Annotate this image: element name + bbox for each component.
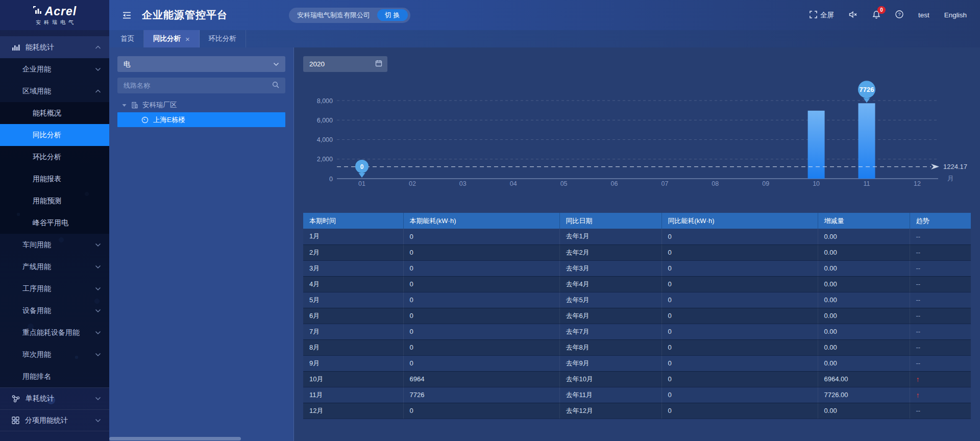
- bar-month-10[interactable]: [808, 111, 825, 179]
- sidebar-item[interactable]: 区域用能: [0, 80, 109, 102]
- svg-text:10: 10: [813, 180, 820, 187]
- trend-cell: ↑: [910, 387, 971, 403]
- svg-text:12: 12: [914, 180, 921, 187]
- trend-cell: --: [910, 308, 971, 324]
- sidebar-item[interactable]: 车间用能: [0, 234, 109, 256]
- tree-node-label: 安科瑞厂区: [142, 101, 177, 110]
- panel-scrollbar[interactable]: [109, 437, 241, 440]
- sidebar-item-label: 峰谷平用电: [33, 218, 68, 228]
- caret-down-icon[interactable]: [122, 104, 127, 107]
- tab-label: 同比分析: [153, 34, 181, 43]
- trend-cell: --: [910, 355, 971, 371]
- sidebar-item[interactable]: 用能报表: [0, 168, 109, 190]
- table-cell: 去年2月: [559, 244, 662, 260]
- tab-active[interactable]: 同比分析×: [144, 30, 200, 47]
- sidebar-item[interactable]: 设备用能: [0, 300, 109, 322]
- trend-cell: ↑: [910, 371, 971, 387]
- notification-badge: 0: [877, 6, 886, 14]
- user-menu[interactable]: test: [918, 11, 929, 19]
- sidebar-item-label: 区域用能: [22, 87, 51, 96]
- table-cell: 0: [662, 355, 818, 371]
- table-cell: 8月: [303, 339, 403, 355]
- tree-node-parent[interactable]: 安科瑞厂区: [117, 98, 285, 112]
- sidebar-item-label: 能耗统计: [26, 43, 54, 52]
- svg-text:09: 09: [762, 180, 769, 187]
- collapse-sidebar-icon[interactable]: [121, 10, 132, 20]
- comparison-table: 本期时间本期能耗(kW·h)同比日期同比能耗(kW·h)增减量趋势1月0去年1月…: [303, 213, 971, 419]
- table-cell: 6月: [303, 308, 403, 324]
- sidebar-item[interactable]: 工序用能: [0, 278, 109, 300]
- sidebar-menu: 能耗统计企业用能区域用能能耗概况同比分析环比分析用能报表用能预测峰谷平用电车间用…: [0, 30, 109, 431]
- grid-icon: [12, 416, 19, 424]
- energy-type-value: 电: [124, 60, 131, 69]
- tab-item[interactable]: 环比分析: [200, 30, 246, 47]
- table-row: 12月0去年12月00.00--: [303, 403, 971, 419]
- table-cell: 2月: [303, 244, 403, 260]
- line-search-input[interactable]: [124, 82, 272, 89]
- svg-text:0: 0: [360, 163, 364, 170]
- fullscreen-button[interactable]: 全屏: [810, 11, 834, 20]
- notifications-button[interactable]: 0: [872, 10, 880, 20]
- sidebar-item[interactable]: 单耗统计: [0, 387, 109, 409]
- switch-company-button[interactable]: 切 换: [377, 9, 408, 21]
- tree-node-child[interactable]: 上海E栋楼: [117, 112, 285, 127]
- table-cell: 4月: [303, 276, 403, 292]
- table-cell: 0.00: [818, 324, 910, 339]
- trend-cell: --: [910, 403, 971, 419]
- table-cell: 7726: [403, 387, 559, 403]
- table-cell: 去年7月: [559, 324, 662, 339]
- svg-text:0: 0: [329, 176, 333, 183]
- table-cell: 0: [662, 276, 818, 292]
- table-cell: 0: [662, 229, 818, 244]
- svg-text:02: 02: [409, 180, 416, 187]
- chevron-down-icon: [273, 60, 279, 68]
- chevron-down-icon: [95, 353, 101, 357]
- trend-cell: --: [910, 229, 971, 244]
- table-row: 5月0去年5月00.00--: [303, 292, 971, 308]
- sidebar-item[interactable]: 用能排名: [0, 365, 109, 387]
- mute-button[interactable]: [849, 11, 857, 20]
- table-cell: 去年3月: [559, 260, 662, 276]
- table-cell: 0: [662, 387, 818, 403]
- help-button[interactable]: ?: [895, 10, 903, 20]
- table-cell: 0.00: [818, 339, 910, 355]
- sidebar-item[interactable]: 峰谷平用电: [0, 212, 109, 234]
- table-row: 9月0去年9月00.00--: [303, 355, 971, 371]
- min-marker-pin: 0: [355, 160, 369, 178]
- fullscreen-label: 全屏: [820, 11, 834, 20]
- filter-panel: 电 安科瑞厂区上海E栋楼: [109, 47, 294, 441]
- table-cell: 0: [662, 292, 818, 308]
- max-marker-pin: 7726: [858, 81, 875, 103]
- table-cell: 7726.00: [818, 387, 910, 403]
- svg-text:08: 08: [712, 180, 719, 187]
- share-icon: [12, 395, 20, 403]
- sidebar-item[interactable]: 班次用能: [0, 344, 109, 365]
- sidebar-item[interactable]: 能耗概况: [0, 102, 109, 124]
- trend-cell: --: [910, 276, 971, 292]
- energy-type-select[interactable]: 电: [117, 56, 285, 72]
- table-row: 6月0去年6月00.00--: [303, 308, 971, 324]
- sidebar-item[interactable]: 分项用能统计: [0, 409, 109, 431]
- sidebar-item[interactable]: 产线用能: [0, 256, 109, 278]
- sidebar-item-label: 单耗统计: [26, 394, 54, 403]
- header: 企业能源管控平台 安科瑞电气制造有限公司 切 换 全屏 0 ? test Eng…: [109, 0, 980, 30]
- chevron-down-icon: [95, 309, 101, 313]
- sidebar-item[interactable]: 用能预测: [0, 190, 109, 212]
- table-cell: 0: [403, 339, 559, 355]
- bar-month-11[interactable]: [859, 103, 875, 179]
- sidebar-item[interactable]: 能耗统计: [0, 36, 109, 58]
- sidebar-item[interactable]: 同比分析: [0, 124, 109, 146]
- table-cell: 12月: [303, 403, 403, 419]
- year-value: 2020: [309, 60, 325, 68]
- table-cell: 去年11月: [559, 387, 662, 403]
- sidebar-item[interactable]: 重点能耗设备用能: [0, 322, 109, 344]
- close-tab-icon[interactable]: ×: [185, 35, 190, 43]
- table-row: 8月0去年8月00.00--: [303, 339, 971, 355]
- tab-item[interactable]: 首页: [111, 30, 144, 47]
- chevron-down-icon: [95, 397, 101, 401]
- sidebar-item[interactable]: 企业用能: [0, 58, 109, 80]
- language-switcher[interactable]: English: [944, 11, 967, 19]
- sidebar-item-label: 车间用能: [22, 240, 51, 250]
- table-cell: 6964: [403, 371, 559, 387]
- sidebar-item[interactable]: 环比分析: [0, 146, 109, 168]
